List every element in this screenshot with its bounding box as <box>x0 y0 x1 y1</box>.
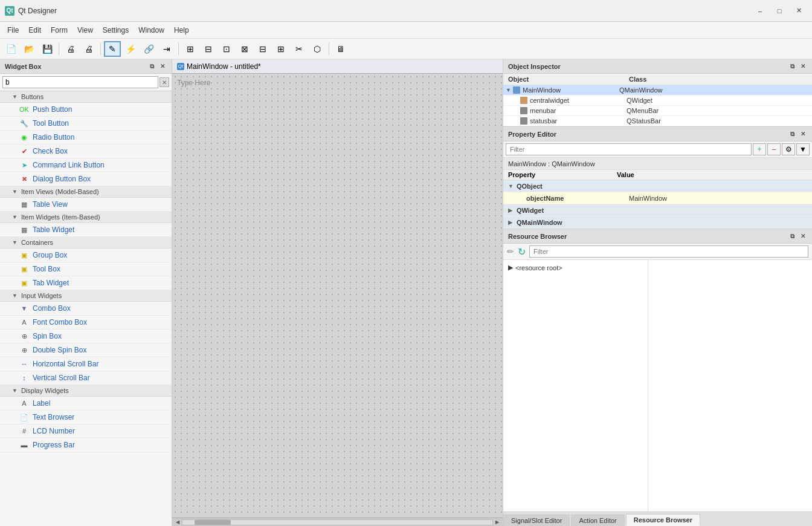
toolbar-preview[interactable]: 🖥 <box>332 41 349 57</box>
obj-expand-mainwindow[interactable]: ▼ <box>506 87 513 93</box>
widget-search-input[interactable] <box>2 76 158 88</box>
pe-objectname-label: objectName <box>526 195 629 202</box>
widget-item-table-view[interactable]: ▦ Table View <box>0 198 172 212</box>
obj-tree-item-statusbar[interactable]: statusbar QStatusBar <box>503 116 812 126</box>
category-item-widgets[interactable]: ▼ Item Widgets (Item-Based) <box>0 212 172 223</box>
widget-item-push-button[interactable]: OK Push Button <box>0 103 172 117</box>
canvas-scroll-left[interactable]: ◀ <box>173 518 182 527</box>
obj-tree-item-mainwindow[interactable]: ▼ MainWindow QMainWindow <box>503 85 812 96</box>
toolbar-layout-g[interactable]: ⊡ <box>218 41 235 57</box>
toolbar-new[interactable]: 📄 <box>2 41 19 57</box>
pe-group-qwidget[interactable]: ▶ QWidget <box>503 204 812 216</box>
menu-edit[interactable]: Edit <box>24 24 46 37</box>
widget-item-tool-button[interactable]: 🔧 Tool Button <box>0 117 172 131</box>
widget-item-tab-widget[interactable]: ▣ Tab Widget <box>0 276 172 290</box>
group-box-icon: ▣ <box>19 250 29 260</box>
resource-filter-input[interactable] <box>529 245 808 258</box>
widget-item-font-combo-box[interactable]: A Font Combo Box <box>0 316 172 330</box>
widget-search-clear[interactable]: ✕ <box>160 77 169 87</box>
canvas-area[interactable]: Type Here <box>172 74 503 518</box>
widget-item-progress-bar[interactable]: ▬ Progress Bar <box>0 438 172 452</box>
category-display-widgets[interactable]: ▼ Display Widgets <box>0 385 172 397</box>
widget-item-radio-button[interactable]: ◉ Radio Button <box>0 131 172 144</box>
widget-item-text-browser[interactable]: 📄 Text Browser <box>0 411 172 424</box>
obj-tree-item-centralwidget[interactable]: centralwidget QWidget <box>503 96 812 106</box>
tab-signal-slot[interactable]: Signal/Slot Editor <box>503 515 570 526</box>
resource-refresh-button[interactable]: ↻ <box>518 246 526 258</box>
toolbar-layout-split-h[interactable]: ⊟ <box>254 41 271 57</box>
resource-browser-float[interactable]: ⧉ <box>788 232 796 241</box>
menu-view[interactable]: View <box>72 24 98 37</box>
property-add-button[interactable]: + <box>753 143 766 155</box>
widget-item-dialog-button-box[interactable]: ✖ Dialog Button Box <box>0 172 172 186</box>
menu-window[interactable]: Window <box>134 24 169 37</box>
property-filter-input[interactable] <box>506 143 752 155</box>
restore-button[interactable]: □ <box>771 4 788 18</box>
toolbar-open[interactable]: 📂 <box>21 41 37 57</box>
resource-edit-button[interactable]: ✏ <box>507 247 514 256</box>
category-containers[interactable]: ▼ Containers <box>0 237 172 248</box>
widget-item-spin-box[interactable]: ⊕ Spin Box <box>0 330 172 343</box>
widget-box-float[interactable]: ⧉ <box>147 62 156 71</box>
toolbar-layout-form[interactable]: ⊠ <box>236 41 253 57</box>
spin-box-label: Spin Box <box>33 332 62 340</box>
widget-item-check-box[interactable]: ✔ Check Box <box>0 144 172 158</box>
tab-resource-browser[interactable]: Resource Browser <box>626 514 700 526</box>
canvas-scroll-thumb-h[interactable] <box>195 520 231 525</box>
pe-group-qmainwindow[interactable]: ▶ QMainWindow <box>503 216 812 229</box>
obj-tree-item-menubar[interactable]: menubar QMenuBar <box>503 106 812 116</box>
minimize-button[interactable]: – <box>752 4 768 18</box>
menu-help[interactable]: Help <box>169 24 194 37</box>
category-input-widgets[interactable]: ▼ Input Widgets <box>0 290 172 302</box>
menu-bar: File Edit Form View Settings Window Help <box>0 22 812 39</box>
property-remove-button[interactable]: – <box>767 143 781 155</box>
menu-file[interactable]: File <box>2 24 24 37</box>
tab-action-editor[interactable]: Action Editor <box>571 515 624 526</box>
pe-objectname-value[interactable]: MainWindow <box>629 195 807 202</box>
toolbar-layout-h[interactable]: ⊞ <box>182 41 199 57</box>
canvas-scroll-right[interactable]: ▶ <box>493 518 501 527</box>
category-buttons[interactable]: ▼ Buttons <box>0 91 172 103</box>
menu-form[interactable]: Form <box>46 24 72 37</box>
widget-item-command-link[interactable]: ➤ Command Link Button <box>0 158 172 172</box>
toolbar-print2[interactable]: 🖨 <box>80 41 97 57</box>
category-item-views[interactable]: ▼ Item Views (Model-Based) <box>0 186 172 198</box>
close-button[interactable]: ✕ <box>790 4 807 18</box>
toolbar-tab[interactable]: ⇥ <box>158 41 175 57</box>
widget-item-label[interactable]: A Label <box>0 397 172 411</box>
toolbar-adjust-size[interactable]: ⬡ <box>309 41 326 57</box>
property-editor-float[interactable]: ⧉ <box>788 130 796 138</box>
widget-item-combo-box[interactable]: ▼ Combo Box <box>0 302 172 316</box>
toolbar-save[interactable]: 💾 <box>39 41 56 57</box>
toolbar-print[interactable]: 🖨 <box>62 41 79 57</box>
widget-item-table-widget[interactable]: ▦ Table Widget <box>0 223 172 237</box>
object-inspector-close[interactable]: ✕ <box>799 62 807 71</box>
property-settings-button[interactable]: ⚙ <box>782 143 795 155</box>
widget-box-close[interactable]: ✕ <box>158 62 167 71</box>
object-inspector-float[interactable]: ⧉ <box>788 62 796 71</box>
dialog-button-box-icon: ✖ <box>19 174 29 184</box>
widget-item-lcd-number[interactable]: # LCD Number <box>0 424 172 438</box>
widget-item-v-scroll-bar[interactable]: ↕ Vertical Scroll Bar <box>0 371 172 385</box>
toolbar-layout-split-v[interactable]: ⊞ <box>272 41 289 57</box>
widget-item-h-scroll-bar[interactable]: ↔ Horizontal Scroll Bar <box>0 357 172 371</box>
canvas-scrollbar-horizontal[interactable]: ◀ ▶ <box>172 518 503 526</box>
pe-expand-qobject[interactable]: ▼ <box>508 183 517 189</box>
toolbar-break-layout[interactable]: ✂ <box>291 41 308 57</box>
widget-item-double-spin-box[interactable]: ⊕ Double Spin Box <box>0 343 172 357</box>
canvas-scroll-track-h[interactable] <box>182 519 493 525</box>
property-editor-close[interactable]: ✕ <box>799 130 807 138</box>
toolbar-buddy[interactable]: 🔗 <box>140 41 157 57</box>
menu-settings[interactable]: Settings <box>98 24 134 37</box>
property-dropdown-button[interactable]: ▼ <box>796 143 810 155</box>
pe-expand-qwidget[interactable]: ▶ <box>508 207 517 213</box>
resource-root-item[interactable]: ▶ <resource root> <box>506 262 645 273</box>
pe-expand-qmainwindow[interactable]: ▶ <box>508 219 517 226</box>
widget-item-tool-box[interactable]: ▣ Tool Box <box>0 262 172 276</box>
widget-item-group-box[interactable]: ▣ Group Box <box>0 248 172 262</box>
toolbar-widget-edit[interactable]: ✎ <box>104 41 121 57</box>
resource-browser-close[interactable]: ✕ <box>799 232 807 241</box>
pe-group-qobject[interactable]: ▼ QObject <box>503 180 812 192</box>
toolbar-layout-v[interactable]: ⊟ <box>200 41 217 57</box>
toolbar-signal[interactable]: ⚡ <box>122 41 139 57</box>
